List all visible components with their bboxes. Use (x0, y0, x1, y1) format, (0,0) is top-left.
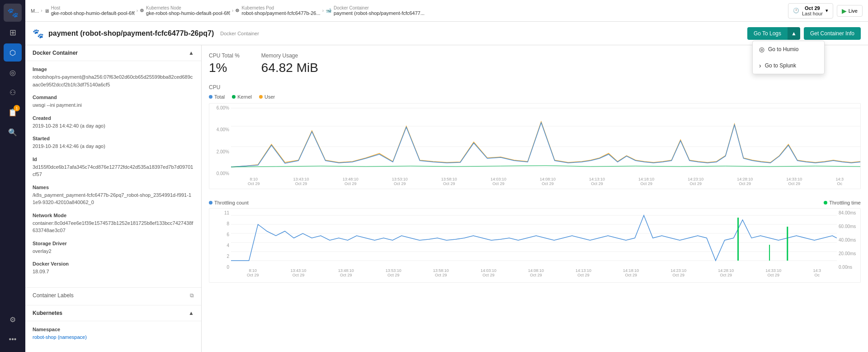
user-legend-label: User (264, 94, 275, 100)
kernel-legend: Kernel (232, 94, 252, 100)
breadcrumb-node-value: gke-robot-shop-humio-default-pool-6f6... (146, 10, 230, 16)
throttle-x-labels: 8:10Oct 29 13:43:10Oct 29 13:48:10Oct 29… (231, 268, 837, 277)
collapse-docker-icon[interactable]: ▲ (189, 50, 194, 56)
throttle-time-dot (824, 201, 827, 205)
content-area: Docker Container ▲ Image robotshop/rs-pa… (25, 45, 868, 352)
throttle-y-4: 4 (209, 243, 229, 248)
throttle-chart-svg (231, 209, 837, 267)
goto-splunk-item[interactable]: › Go to Splunk (753, 57, 824, 74)
chevron-down-icon: ▾ (826, 8, 828, 14)
goto-humio-item[interactable]: ◎ Go to Humio (753, 41, 824, 57)
page-actions: Go To Logs ▲ ◎ Go to Humio › Go to Splun… (747, 27, 861, 40)
namespace-label: Namespace (33, 327, 194, 332)
thr-x-5: 13:58:10Oct 29 (433, 268, 449, 277)
throttle-count-dot (209, 201, 212, 205)
sidebar-icon-events[interactable]: 📋 1 (4, 103, 22, 121)
main-area: M... › 🖥 Host gke-robot-shop-humio-defau… (25, 0, 868, 352)
thr-x-9: 14:18:10Oct 29 (623, 268, 639, 277)
throttle-y-axis-left: 11 8 6 4 2 0 (209, 209, 231, 271)
thr-x-11: 14:28:10Oct 29 (718, 268, 734, 277)
memory-metric: Memory Usage 64.82 MiB (261, 52, 318, 75)
user-legend-dot (259, 95, 263, 99)
sidebar-icon-logo[interactable]: 🐾 (4, 4, 22, 22)
live-label: Live (849, 8, 858, 14)
sidebar-icon-dashboard[interactable]: ⊞ (4, 24, 22, 42)
sidebar-icon-infrastructure[interactable]: ⬡ (4, 43, 22, 62)
thr-x-4: 13:53:10Oct 29 (386, 268, 401, 277)
live-button[interactable]: ▶ Live (837, 5, 863, 17)
goto-logs-button[interactable]: Go To Logs (747, 27, 788, 40)
docker-container-section-header[interactable]: Docker Container ▲ (25, 45, 201, 61)
memory-value: 64.82 MiB (261, 61, 318, 75)
pod-icon: ☸ (235, 8, 240, 14)
network-mode-row: Network Mode container:8c0d47ee6e1f39e15… (33, 213, 194, 234)
thr-x-2: 13:43:10Oct 29 (291, 268, 307, 277)
collapse-kubernetes-icon[interactable]: ▲ (189, 310, 194, 316)
breadcrumb-container[interactable]: 🐋 Docker Container payment (robot-shop/p… (326, 5, 425, 16)
namespace-link[interactable]: robot-shop (namespace) (33, 334, 87, 340)
network-mode-label: Network Mode (33, 213, 194, 218)
image-label: Image (33, 67, 194, 72)
sidebar-icon-kubernetes[interactable]: ⚇ (4, 83, 22, 101)
kernel-legend-dot (232, 95, 236, 99)
command-row: Command uwsgi --ini payment.ini (33, 95, 194, 109)
cpu-chart-legend: Total Kernel User (209, 94, 861, 100)
page-icon: 🐾 (33, 28, 44, 39)
sidebar-icon-applications[interactable]: ◎ (4, 63, 22, 81)
image-row: Image robotshop/rs-payment@sha256:07f63e… (33, 67, 194, 88)
breadcrumb-node-type: Kubernetes Node (146, 5, 230, 10)
sidebar-icon-settings[interactable]: ⚙ (4, 310, 22, 328)
throttle-count-label-row: Throttling count (209, 200, 249, 205)
get-container-info-button[interactable]: Get Container Info (804, 27, 861, 40)
cpu-y-0: 0.00% (209, 171, 229, 176)
kubernetes-info: Namespace robot-shop (namespace) (25, 321, 201, 352)
goto-splunk-label: Go to Splunk (765, 62, 796, 69)
user-legend: User (259, 94, 275, 100)
breadcrumb-container-type: Docker Container (334, 5, 425, 10)
cpu-x-7: 14:08:10Oct 29 (540, 177, 556, 186)
sidebar: 🐾 ⊞ ⬡ ◎ ⚇ 📋 1 🔍 ⚙ ••• (0, 0, 25, 352)
breadcrumb-start-label: M... (31, 8, 39, 14)
node-icon: ☸ (140, 8, 144, 14)
page-title: payment (robot-shop/payment-fcfc6477b-26… (48, 29, 214, 38)
cpu-x-12: 14:33:10Oct 29 (786, 177, 802, 186)
container-labels-row: Container Labels ⧉ (25, 287, 201, 303)
cpu-metric: CPU Total % 1% (209, 52, 240, 75)
time-range: Last hour (802, 11, 823, 16)
live-dot-icon: ▶ (842, 7, 847, 14)
created-label: Created (33, 115, 194, 121)
storage-driver-row: Storage Driver overlay2 (33, 241, 194, 255)
id-value: 3d155f0dce6b17afa345c74cd876e12772fdc42d… (33, 163, 194, 178)
throttle-y-11: 11 (209, 210, 229, 215)
throttle-chart-container: 11 8 6 4 2 0 84.00ms 60.00ms 40.00ms 20.… (209, 208, 861, 283)
sidebar-icon-search[interactable]: 🔍 (4, 123, 22, 141)
container-labels-label: Container Labels (33, 292, 74, 299)
breadcrumb-pod[interactable]: ☸ Kubernetes Pod robot-shop/payment-fcfc… (235, 5, 320, 16)
throttle-yr-84: 84.00ms (839, 210, 860, 215)
goto-logs-dropdown-button[interactable]: ▲ (788, 27, 800, 40)
cpu-chart-section: CPU Total Kernel User (209, 84, 861, 189)
breadcrumb-host[interactable]: 🖥 Host gke-robot-shop-humio-default-pool… (44, 5, 135, 16)
total-legend-dot (209, 95, 212, 99)
sidebar-icon-more[interactable]: ••• (4, 330, 22, 348)
docker-container-info: Image robotshop/rs-payment@sha256:07f63e… (25, 61, 201, 287)
time-date: Oct 29 (802, 5, 823, 11)
throttle-y-axis-right: 84.00ms 60.00ms 40.00ms 20.00ms 0.00ns (837, 209, 860, 271)
copy-icon[interactable]: ⧉ (190, 292, 194, 299)
breadcrumb-start[interactable]: M... (31, 8, 39, 14)
throttle-yr-0: 0.00ns (839, 265, 860, 270)
docker-version-label: Docker Version (33, 261, 194, 266)
cpu-x-1: 8:10Oct 29 (248, 177, 260, 186)
thr-x-12: 14:33:10Oct 29 (765, 268, 781, 277)
breadcrumb-node[interactable]: ☸ Kubernetes Node gke-robot-shop-humio-d… (140, 5, 230, 16)
namespace-value[interactable]: robot-shop (namespace) (33, 333, 194, 341)
time-range-button[interactable]: 🕐 Oct 29 Last hour ▾ (788, 3, 833, 19)
left-panel: Docker Container ▲ Image robotshop/rs-pa… (25, 45, 202, 352)
throttle-header: Throttling count Throttling time (209, 200, 861, 205)
started-label: Started (33, 136, 194, 141)
breadcrumb-sep-2: › (137, 8, 138, 13)
events-badge: 1 (14, 105, 20, 111)
kubernetes-section-header[interactable]: Kubernetes ▲ (25, 305, 201, 321)
namespace-row: Namespace robot-shop (namespace) (33, 327, 194, 341)
cpu-x-2: 13:43:10Oct 29 (293, 177, 309, 186)
